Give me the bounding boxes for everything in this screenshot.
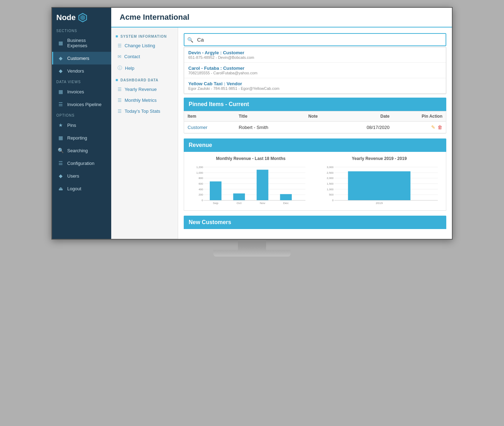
sections-label: SECTIONS [52,26,111,34]
table-row: Customer Robert - Smith 08/17/2020 ✎ 🗑 [184,122,446,133]
business-expenses-icon: ▦ [57,40,64,46]
svg-text:0: 0 [202,199,203,202]
searching-icon: 🔍 [57,148,64,153]
sidebar-item-customers[interactable]: ◆ Customers [52,52,111,64]
search-result-subtitle-0: 651-875-48952 - Devin@Bobcats.com [188,55,442,60]
delete-button[interactable]: 🗑 [437,124,442,130]
col-date: Date [336,111,393,122]
monthly-chart: Monthly Revenue - Last 18 Months [188,156,313,206]
monthly-chart-title: Monthly Revenue - Last 18 Months [216,156,285,161]
contact-icon: ✉ [118,54,121,59]
yearly-bar-chart: 3,000 2,500 2,000 1,500 1,000 500 0 [317,164,442,206]
yearly-chart-title: Yearly Revenue 2019 - 2019 [352,156,407,161]
revenue-section: Revenue Monthly Revenue - Last 18 Months [184,138,446,211]
svg-text:200: 200 [199,194,203,196]
row-note [305,122,336,133]
sidebar-item-business-expenses[interactable]: ▦ Business Expenses [52,34,111,52]
new-customers-header: New Customers [184,216,446,229]
page-title: Acme International [120,13,189,21]
search-result-0[interactable]: Devin - Argyle : Customer 651-875-48952 … [184,47,446,63]
sidebar-label-searching: Searching [67,148,88,153]
svg-text:500: 500 [329,194,334,196]
svg-text:2,000: 2,000 [327,177,333,180]
search-result-title-2: Yellow Cab Taxi : Vendor [188,81,442,86]
sidebar-item-users[interactable]: ◆ Users [52,169,111,182]
main-area: Acme International ■ SYSTEM INFORMATION … [111,8,452,239]
yearly-chart: Yearly Revenue 2019 - 2019 [317,156,442,206]
sub-item-label-change-listing: Change Listing [125,43,155,48]
svg-rect-19 [280,194,292,200]
sidebar-label-logout: Logout [67,186,81,191]
row-date: 08/17/2020 [336,122,393,133]
col-note: Note [305,111,336,122]
sidebar-label-configuration: Configuration [67,161,94,166]
reporting-icon: ▦ [57,135,64,141]
logo-icon [78,13,88,23]
search-input[interactable] [184,33,446,46]
svg-text:1,000: 1,000 [327,188,333,191]
sidebar-label-invoices: Invoices [67,89,84,94]
sub-item-contact[interactable]: ✉ Contact [111,51,178,62]
svg-rect-39 [348,171,411,200]
svg-text:2,500: 2,500 [327,172,333,174]
change-listing-icon: ☰ [118,43,122,48]
svg-text:Dec: Dec [283,202,289,205]
sidebar-item-invoices-pipeline[interactable]: ☰ Invoices Pipeline [52,98,111,111]
charts-container: Monthly Revenue - Last 18 Months [184,152,446,211]
sidebar-item-reporting[interactable]: ▦ Reporting [52,131,111,144]
sub-item-yearly-revenue[interactable]: ☰ Yearly Revenue [111,84,178,95]
sidebar: Node SECTIONS ▦ Business Expenses ◆ Cust… [52,8,111,239]
sub-item-monthly-metrics[interactable]: ☰ Monthly Metrics [111,95,178,106]
search-result-1[interactable]: Carol - Futaba : Customer 7082185555 - C… [184,63,446,78]
svg-marker-1 [80,15,85,20]
row-actions: ✎ 🗑 [393,122,446,133]
pinned-items-header: Pinned Items - Current [184,98,446,111]
sidebar-label-users: Users [67,173,79,179]
col-item: Item [184,111,235,122]
sub-item-change-listing[interactable]: ☰ Change Listing [111,40,178,51]
edit-button[interactable]: ✎ [431,124,435,130]
sub-item-label-monthly-metrics: Monthly Metrics [125,98,157,103]
sidebar-item-vendors[interactable]: ◆ Vendors [52,64,111,77]
sidebar-item-searching[interactable]: 🔍 Searching [52,144,111,157]
data-views-label: DATA VIEWS [52,77,111,85]
todays-top-stats-icon: ☰ [118,109,122,114]
search-icon: 🔍 [187,37,193,43]
logout-icon: ⏏ [57,186,64,191]
svg-rect-16 [210,181,221,200]
dashboard-data-label: ■ DASHBOARD DATA [111,74,178,84]
svg-text:Oct: Oct [237,202,242,205]
search-result-subtitle-2: Egor Zaulski - 784-851-9851 - Egor@Yello… [188,86,442,91]
sub-item-label-yearly-revenue: Yearly Revenue [125,87,157,92]
sidebar-item-pins[interactable]: ★ Pins [52,119,111,131]
monthly-metrics-icon: ☰ [118,98,122,103]
svg-text:1,000: 1,000 [196,172,203,174]
col-pin-action: Pin Action [393,111,446,122]
sub-item-todays-top-stats[interactable]: ☰ Today's Top Stats [111,106,178,117]
svg-text:Sep: Sep [213,202,219,205]
svg-text:800: 800 [199,177,203,180]
yearly-revenue-icon: ☰ [118,87,122,92]
monthly-chart-area: 1,200 1,000 800 600 400 200 0 [188,164,313,206]
sidebar-item-invoices[interactable]: ▦ Invoices [52,85,111,98]
search-result-subtitle-1: 7082185555 - CarolFutaba@yahoo.com [188,71,442,75]
right-content: 🔍 Devin - Argyle : Customer 651-875-4895… [178,27,452,239]
sub-item-label-contact: Contact [124,54,140,59]
pins-icon: ★ [57,122,64,128]
search-result-2[interactable]: Yellow Cab Taxi : Vendor Egor Zaulski - … [184,78,446,94]
sub-item-label-todays-top-stats: Today's Top Stats [125,109,160,114]
action-icons: ✎ 🗑 [397,124,442,130]
svg-text:Nov: Nov [260,202,266,205]
sidebar-item-configuration[interactable]: ☰ Configuration [52,157,111,169]
sidebar-label-business-expenses: Business Expenses [67,38,107,48]
vendors-icon: ◆ [57,68,64,74]
logo-text: Node [56,13,76,22]
sub-item-help[interactable]: ⓘ Help [111,62,178,74]
sidebar-label-reporting: Reporting [67,135,87,141]
sidebar-label-invoices-pipeline: Invoices Pipeline [67,102,102,107]
row-item[interactable]: Customer [184,122,235,133]
logo: Node [52,8,111,26]
users-icon: ◆ [57,173,64,179]
invoices-pipeline-icon: ☰ [57,101,64,107]
sidebar-item-logout[interactable]: ⏏ Logout [52,182,111,195]
